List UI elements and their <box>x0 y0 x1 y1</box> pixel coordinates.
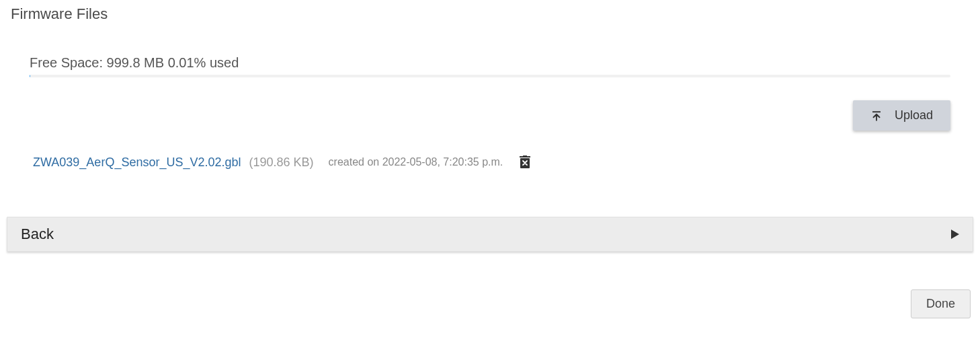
upload-button-label: Upload <box>895 108 933 123</box>
delete-file-button[interactable] <box>519 155 531 170</box>
page-title: Firmware Files <box>11 5 971 23</box>
file-created-label: created on 2022-05-08, 7:20:35 p.m. <box>329 156 503 168</box>
svg-rect-3 <box>523 155 527 157</box>
file-name-link[interactable]: ZWA039_AerQ_Sensor_US_V2.02.gbl <box>33 155 241 170</box>
file-row: ZWA039_AerQ_Sensor_US_V2.02.gbl (190.86 … <box>33 155 950 170</box>
upload-button[interactable]: Upload <box>853 100 950 131</box>
back-label: Back <box>21 225 54 243</box>
done-button[interactable]: Done <box>911 289 971 318</box>
file-size-label: (190.86 KB) <box>249 155 314 170</box>
free-space-label: Free Space: 999.8 MB 0.01% used <box>30 55 950 71</box>
storage-usage-bar <box>30 75 950 77</box>
upload-icon <box>870 110 883 122</box>
svg-rect-0 <box>872 111 881 112</box>
back-panel[interactable]: Back <box>7 217 973 252</box>
svg-marker-4 <box>951 230 959 239</box>
play-icon <box>951 230 959 239</box>
